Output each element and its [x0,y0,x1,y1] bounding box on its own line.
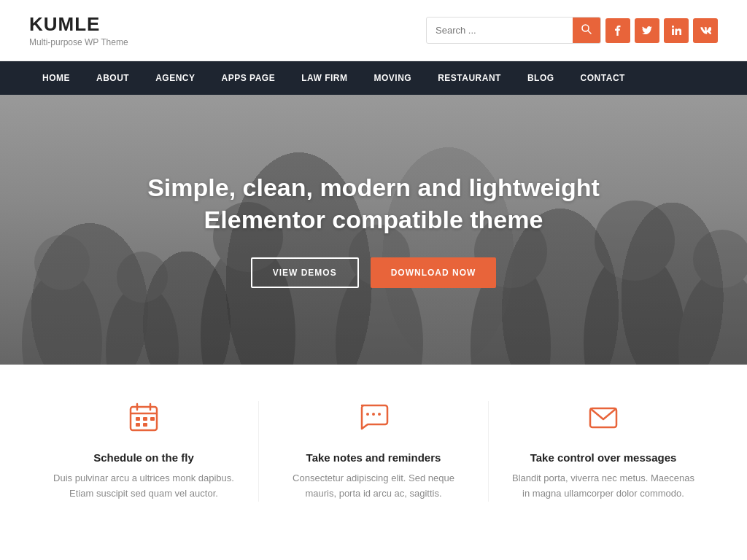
hero-content: Simple, clean, modern and lightweight El… [147,171,600,288]
feature-messages-text: Blandit porta, viverra nec metus. Maecen… [511,471,696,502]
svg-rect-24 [150,417,155,421]
svg-point-3 [34,235,90,290]
feature-notes-text: Consectetur adipiscing elit. Sed neque m… [281,471,466,502]
nav-item-moving[interactable]: MOVING [360,61,425,95]
calendar-icon [51,401,236,440]
search-input[interactable] [427,19,573,42]
header-right [426,17,718,44]
view-demos-button[interactable]: VIEW DEMOS [251,257,359,288]
feature-schedule: Schedule on the fly Duis pulvinar arcu a… [29,401,259,502]
svg-line-1 [588,31,591,34]
logo: KUMLE Multi-purpose WP Theme [29,13,128,47]
svg-rect-22 [136,423,140,427]
logo-subtitle: Multi-purpose WP Theme [29,37,128,47]
svg-rect-21 [143,417,147,421]
nav-item-apps[interactable]: APPS PAGE [209,61,289,95]
main-nav: HOME ABOUT AGENCY APPS PAGE LAW FIRM MOV… [0,61,747,95]
feature-messages-title: Take control over messages [511,451,696,464]
hero-section: Simple, clean, modern and lightweight El… [0,95,747,365]
twitter-button[interactable] [635,18,659,43]
svg-rect-23 [143,423,147,427]
svg-point-13 [595,201,675,281]
hero-buttons: VIEW DEMOS DOWNLOAD NOW [147,257,600,288]
nav-item-blog[interactable]: BLOG [514,61,568,95]
mail-icon [511,401,696,440]
feature-notes: Take notes and reminders Consectetur adi… [259,401,489,502]
feature-schedule-text: Duis pulvinar arcu a ultrices monk dapib… [51,471,236,502]
nav-list: HOME ABOUT AGENCY APPS PAGE LAW FIRM MOV… [29,61,718,95]
svg-point-25 [366,413,369,416]
search-icon [581,24,592,34]
linkedin-button[interactable] [664,18,689,43]
svg-rect-20 [136,417,140,421]
search-button[interactable] [573,18,600,43]
site-header: KUMLE Multi-purpose WP Theme [0,0,747,61]
svg-point-15 [693,230,747,288]
svg-point-27 [378,413,381,416]
features-section: Schedule on the fly Duis pulvinar arcu a… [0,365,747,531]
linkedin-icon [672,26,681,35]
facebook-icon [615,26,621,36]
feature-notes-title: Take notes and reminders [281,451,466,464]
twitter-icon [642,26,652,35]
vk-button[interactable] [693,18,718,43]
nav-item-lawfirm[interactable]: LAW FIRM [288,61,360,95]
nav-item-restaurant[interactable]: RESTAURANT [425,61,514,95]
logo-title: KUMLE [29,13,128,36]
feature-schedule-title: Schedule on the fly [51,451,236,464]
chat-icon [281,401,466,440]
nav-item-contact[interactable]: CONTACT [568,61,638,95]
nav-item-home[interactable]: HOME [29,61,83,95]
facebook-button[interactable] [605,18,630,43]
search-box [426,17,601,44]
nav-item-about[interactable]: ABOUT [83,61,142,95]
download-now-button[interactable]: DOWNLOAD NOW [371,257,497,288]
svg-point-26 [372,413,375,416]
nav-item-agency[interactable]: AGENCY [142,61,208,95]
vk-icon [700,27,711,34]
hero-title: Simple, clean, modern and lightweight El… [147,171,600,236]
feature-messages: Take control over messages Blandit porta… [489,401,718,502]
